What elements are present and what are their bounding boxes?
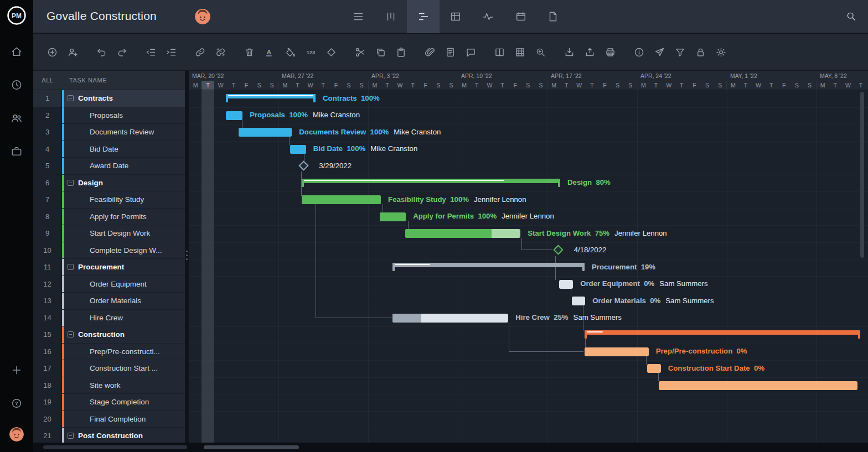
toolbar-print-icon[interactable] (603, 45, 617, 59)
collapse-toggle-icon[interactable] (68, 264, 74, 270)
milestone-diamond[interactable] (553, 245, 563, 255)
task-bar[interactable] (572, 297, 585, 305)
rail-item-timesheet-icon[interactable] (11, 79, 23, 91)
view-tab-gantt-view[interactable] (407, 0, 440, 33)
project-owner-avatar[interactable] (195, 9, 210, 24)
task-panel-hscroll-thumb[interactable] (43, 445, 187, 449)
rail-item-add-new-icon[interactable] (11, 364, 23, 376)
task-name-cell[interactable]: Contracts (62, 90, 185, 107)
task-name-cell[interactable]: Stage Completion (62, 394, 185, 411)
toolbar-export-icon[interactable] (583, 45, 596, 59)
task-name-cell[interactable]: Award Date (62, 158, 185, 174)
task-name-cell[interactable]: Order Materials (62, 293, 185, 309)
task-name-cell[interactable]: Complete Design W... (62, 242, 185, 259)
view-tab-sheet-view[interactable] (440, 0, 472, 33)
task-bar[interactable] (239, 128, 292, 137)
collapse-toggle-icon[interactable] (68, 180, 74, 186)
view-tab-calendar-view[interactable] (504, 0, 537, 33)
task-row[interactable]: 14 Hire Crew (33, 310, 185, 327)
task-row[interactable]: 2 Proposals (33, 107, 185, 124)
toolbar-share-icon[interactable] (653, 45, 666, 59)
toolbar-text-format-icon[interactable]: A (263, 45, 276, 59)
toolbar-fill-color-icon[interactable] (283, 45, 297, 59)
rail-item-home-icon[interactable] (11, 45, 23, 58)
summary-bar[interactable] (302, 179, 560, 183)
task-row[interactable]: 7 Feasibility Study (33, 191, 185, 209)
task-row[interactable]: 10 Complete Design W... (33, 242, 185, 259)
user-avatar[interactable] (9, 427, 24, 441)
task-bar[interactable] (392, 314, 508, 323)
view-tab-board-view[interactable] (375, 0, 407, 33)
task-row[interactable]: 18 Site work (33, 377, 185, 394)
toolbar-outdent-icon[interactable] (144, 45, 157, 59)
task-name-cell[interactable]: Start Design Work (62, 225, 185, 242)
toolbar-columns-icon[interactable] (493, 45, 506, 59)
task-row[interactable]: 5 Award Date (33, 158, 185, 175)
rail-item-team-icon[interactable] (11, 112, 23, 124)
toolbar-grid-icon[interactable] (513, 45, 526, 59)
task-bar[interactable] (585, 347, 649, 356)
toolbar-assign-icon[interactable] (66, 45, 79, 59)
task-row[interactable]: 15 Construction (33, 326, 185, 344)
view-tab-list-view[interactable] (342, 0, 375, 33)
task-name-cell[interactable]: Hire Crew (62, 310, 185, 326)
task-row[interactable]: 6 Design (33, 175, 185, 192)
panel-resize-handle[interactable] (185, 71, 189, 443)
task-name-cell[interactable]: Bid Date (62, 141, 185, 158)
task-row[interactable]: 16 Prep/Pre-constructi... (33, 344, 185, 361)
vertical-scrollbar-thumb[interactable] (860, 92, 864, 258)
pm-logo[interactable]: PM (6, 5, 27, 26)
toolbar-copy-icon[interactable] (374, 45, 387, 59)
toolbar-cut-icon[interactable] (353, 45, 366, 59)
collapse-toggle-icon[interactable] (68, 433, 74, 439)
toolbar-link-icon[interactable] (193, 45, 206, 59)
task-bar[interactable] (226, 111, 242, 120)
task-name-cell[interactable]: Documents Review (62, 124, 185, 141)
summary-bar[interactable] (585, 330, 860, 335)
view-tab-doc-view[interactable] (537, 0, 570, 33)
task-name-cell[interactable]: Proposals (62, 107, 185, 124)
task-name-cell[interactable]: Procurement (62, 259, 185, 276)
task-bar[interactable] (380, 212, 406, 221)
task-bar[interactable] (405, 229, 520, 238)
milestone-diamond[interactable] (298, 160, 308, 170)
toolbar-import-icon[interactable] (562, 45, 576, 59)
column-header-task-name[interactable]: TASK NAME (62, 77, 107, 84)
toolbar-indent-icon[interactable] (164, 45, 178, 59)
task-row[interactable]: 4 Bid Date (33, 141, 185, 158)
toolbar-filter-icon[interactable] (673, 45, 686, 59)
summary-bar[interactable] (226, 94, 316, 98)
toolbar-undo-icon[interactable] (95, 45, 108, 59)
task-row[interactable]: 12 Order Equipment (33, 276, 185, 293)
task-bar[interactable] (290, 145, 306, 154)
task-row[interactable]: 13 Order Materials (33, 293, 185, 310)
collapse-toggle-icon[interactable] (68, 331, 74, 337)
task-bar[interactable] (302, 195, 381, 204)
toolbar-redo-icon[interactable] (115, 45, 128, 59)
task-row[interactable]: 9 Start Design Work (33, 225, 185, 242)
task-bar[interactable] (647, 364, 660, 373)
task-row[interactable]: 3 Documents Review (33, 124, 185, 141)
task-row[interactable]: 8 Apply for Permits (33, 209, 185, 226)
toolbar-unlink-icon[interactable] (214, 45, 227, 59)
task-name-cell[interactable]: Site work (62, 377, 185, 394)
task-bar[interactable] (659, 381, 857, 390)
gantt-hscroll-thumb[interactable] (204, 445, 299, 449)
toolbar-lock-icon[interactable] (694, 45, 707, 59)
toolbar-numbers-icon[interactable]: 123 (304, 45, 317, 59)
task-row[interactable]: 21 Post Construction (33, 428, 185, 443)
toolbar-settings-icon[interactable] (714, 45, 727, 59)
column-header-all[interactable]: ALL (33, 77, 62, 84)
task-name-cell[interactable]: Post Construction (62, 428, 185, 443)
toolbar-delete-icon[interactable] (242, 45, 256, 59)
view-tab-activity-view[interactable] (472, 0, 505, 33)
task-row[interactable]: 19 Stage Completion (33, 394, 185, 411)
task-name-cell[interactable]: Construction Start ... (62, 360, 185, 377)
collapse-toggle-icon[interactable] (68, 95, 74, 101)
task-name-cell[interactable]: Final Completion (62, 411, 185, 428)
rail-item-help-icon[interactable]: ? (11, 397, 23, 409)
task-row[interactable]: 11 Procurement (33, 259, 185, 276)
summary-bar[interactable] (392, 263, 585, 267)
task-name-cell[interactable]: Order Equipment (62, 276, 185, 293)
task-name-cell[interactable]: Feasibility Study (62, 191, 185, 208)
